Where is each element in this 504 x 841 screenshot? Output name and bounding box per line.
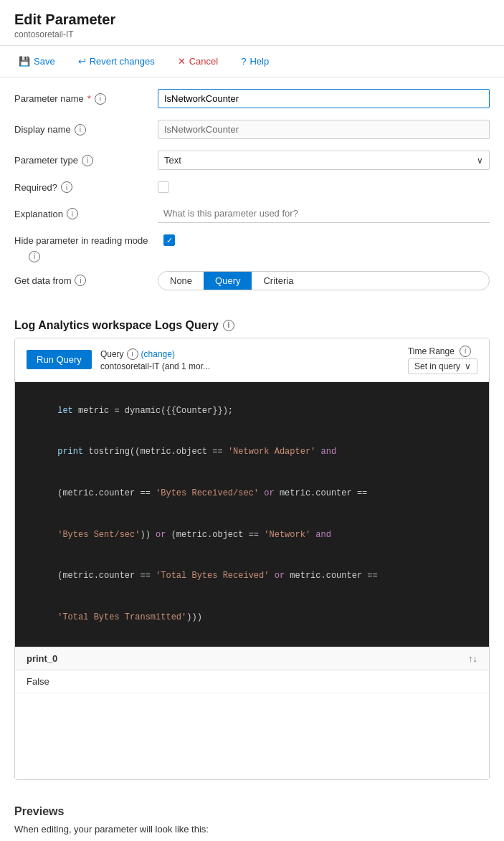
chevron-down-icon: ∨ — [471, 152, 489, 169]
result-row-1: False — [15, 670, 489, 693]
get-data-from-label: Get data from i — [14, 275, 158, 286]
explanation-label: Explanation i — [14, 208, 158, 219]
explanation-info-icon[interactable]: i — [67, 208, 78, 219]
code-line-5: (metric.counter == 'Total Bytes Received… — [27, 556, 477, 597]
sort-icon[interactable]: ↑↓ — [468, 653, 477, 664]
display-name-control — [158, 120, 490, 139]
parameter-type-select[interactable]: Text ∨ — [158, 151, 490, 170]
explanation-input[interactable] — [158, 204, 490, 223]
required-checkbox-wrapper — [158, 181, 490, 193]
column-header: print_0 — [27, 653, 468, 664]
explanation-control — [158, 204, 490, 223]
cancel-button[interactable]: ✕ Cancel — [173, 53, 222, 70]
form-section: Parameter name * i Display name i Parame… — [0, 77, 504, 313]
parameter-type-label: Parameter type i — [14, 155, 158, 166]
previews-section: Previews When editing, your parameter wi… — [0, 791, 504, 841]
display-name-row: Display name i — [14, 120, 490, 139]
time-range-info-icon[interactable]: i — [460, 346, 471, 357]
results-header: print_0 ↑↓ — [15, 647, 489, 670]
query-section-info-icon[interactable]: i — [223, 320, 234, 331]
get-data-from-info-icon[interactable]: i — [75, 275, 86, 286]
required-label: Required? i — [14, 181, 158, 193]
hide-parameter-info-icon[interactable]: i — [29, 251, 40, 262]
parameter-name-row: Parameter name * i — [14, 89, 490, 108]
data-option-group: None Query Criteria — [158, 271, 490, 290]
display-name-label: Display name i — [14, 124, 158, 136]
help-icon: ? — [241, 56, 246, 67]
query-label-row: Query i (change) — [100, 348, 399, 360]
parameter-name-control — [158, 89, 490, 108]
query-info-icon[interactable]: i — [127, 348, 138, 360]
explanation-row: Explanation i — [14, 204, 490, 223]
parameter-type-info-icon[interactable]: i — [82, 155, 93, 166]
query-info: Query i (change) contosoretail-IT (and 1… — [100, 348, 399, 371]
hide-parameter-label: Hide parameter in reading mode — [14, 234, 158, 247]
save-icon: 💾 — [19, 56, 30, 67]
cancel-icon: ✕ — [178, 56, 186, 67]
parameter-type-row: Parameter type i Text ∨ — [14, 151, 490, 170]
code-line-2: print tostring((metric.object == 'Networ… — [27, 432, 477, 473]
data-option-none[interactable]: None — [158, 272, 204, 290]
previews-title: Previews — [14, 805, 490, 818]
results-section: print_0 ↑↓ False — [15, 647, 489, 779]
code-line-1: let metric = dynamic({{Counter}}); — [27, 391, 477, 432]
help-button[interactable]: ? Help — [237, 53, 273, 70]
code-line-6: 'Total Bytes Transmitted'))) — [27, 597, 477, 639]
page-subtitle: contosoretail-IT — [14, 29, 490, 39]
code-editor[interactable]: let metric = dynamic({{Counter}}); print… — [15, 382, 489, 647]
time-range-label: Time Range i — [408, 346, 477, 357]
required-checkbox[interactable] — [158, 181, 169, 193]
revert-button[interactable]: ↩ Revert changes — [74, 53, 159, 70]
get-data-from-row: Get data from i None Query Criteria — [14, 271, 490, 290]
previews-description: When editing, your parameter will look l… — [14, 824, 490, 835]
hide-parameter-row: Hide parameter in reading mode — [14, 234, 490, 247]
query-header: Run Query Query i (change) contosoretail… — [15, 338, 489, 382]
run-query-button[interactable]: Run Query — [27, 350, 92, 369]
time-range-section: Time Range i Set in query ∨ — [408, 346, 477, 374]
code-line-3: (metric.counter == 'Bytes Received/sec' … — [27, 473, 477, 515]
query-section-title: Log Analytics workspace Logs Query i — [0, 313, 504, 338]
required-row: Required? i — [14, 181, 490, 193]
display-name-info-icon[interactable]: i — [75, 124, 86, 136]
toolbar: 💾 Save ↩ Revert changes ✕ Cancel ? Help — [0, 46, 504, 77]
query-container: Run Query Query i (change) contosoretail… — [14, 338, 490, 780]
results-empty-space — [15, 693, 489, 779]
code-line-4: 'Bytes Sent/sec')) or (metric.object == … — [27, 514, 477, 556]
required-asterisk: * — [87, 93, 91, 104]
data-option-query[interactable]: Query — [204, 272, 252, 290]
change-link[interactable]: (change) — [141, 349, 175, 359]
save-button[interactable]: 💾 Save — [14, 53, 60, 70]
get-data-from-control: None Query Criteria — [158, 271, 490, 290]
display-name-input[interactable] — [158, 120, 490, 139]
time-range-select[interactable]: Set in query ∨ — [408, 358, 477, 374]
data-option-criteria[interactable]: Criteria — [252, 272, 305, 290]
parameter-name-label: Parameter name * i — [14, 93, 158, 105]
time-range-chevron-icon: ∨ — [465, 361, 471, 371]
page-title: Edit Parameter — [14, 11, 490, 28]
required-control — [158, 181, 490, 193]
parameter-name-input[interactable] — [158, 89, 490, 108]
revert-icon: ↩ — [78, 56, 86, 67]
parameter-type-control: Text ∨ — [158, 151, 490, 170]
parameter-name-info-icon[interactable]: i — [95, 93, 106, 105]
required-info-icon[interactable]: i — [61, 181, 72, 193]
hide-parameter-checkbox[interactable] — [163, 234, 175, 246]
page-header: Edit Parameter contosoretail-IT — [0, 0, 504, 46]
query-source: contosoretail-IT (and 1 mor... — [100, 361, 399, 371]
